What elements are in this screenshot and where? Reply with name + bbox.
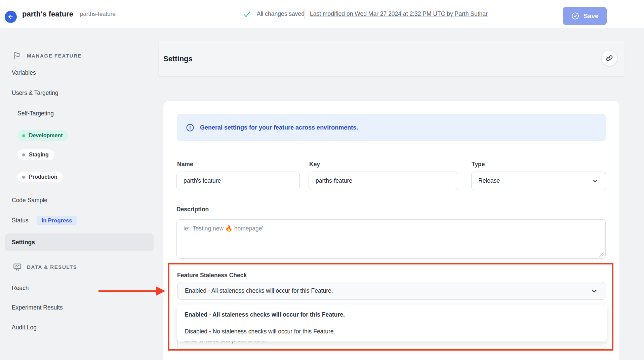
description-label: Description — [176, 206, 209, 213]
name-input[interactable] — [176, 172, 300, 190]
sidebar-item-audit-log[interactable]: Audit Log — [12, 324, 37, 331]
sidebar-env-staging[interactable]: Staging — [17, 149, 54, 160]
flag-icon — [13, 51, 22, 60]
save-status-text: All changes saved — [257, 10, 305, 17]
sidebar-status-row: Status In Progress — [12, 216, 77, 225]
key-input[interactable] — [309, 172, 458, 190]
staleness-dropdown: Enabled - All staleness checks will occu… — [177, 304, 607, 341]
sidebar-env-production[interactable]: Production — [17, 172, 63, 182]
chart-board-icon — [13, 262, 22, 272]
name-label: Name — [177, 161, 193, 168]
description-textarea[interactable] — [176, 219, 606, 259]
type-select[interactable]: Release — [471, 172, 606, 190]
top-header: parth's feature parths-feature All chang… — [0, 0, 644, 28]
sidebar-settings-label: Settings — [12, 239, 35, 246]
staleness-label: Feature Staleness Check — [177, 272, 247, 279]
env-dot-staging — [22, 153, 25, 156]
save-button-label: Save — [583, 12, 598, 20]
page-title: Settings — [163, 55, 193, 63]
divider — [304, 9, 305, 19]
data-results-section-header: DATA & RESULTS — [13, 262, 77, 272]
copy-link-button[interactable] — [602, 50, 617, 66]
feature-title: parth's feature — [22, 0, 73, 28]
manage-feature-section-header: MANAGE FEATURE — [13, 51, 82, 60]
chevron-down-icon — [592, 177, 599, 185]
sidebar-item-experiment-results[interactable]: Experiment Results — [12, 304, 63, 311]
sidebar-item-self-targeting[interactable]: Self-Targeting — [17, 110, 54, 117]
type-label: Type — [472, 161, 485, 168]
annotation-arrow — [98, 290, 156, 292]
env-dot-development — [22, 134, 25, 137]
env-label-development: Development — [29, 133, 63, 139]
info-banner: General settings for your feature across… — [177, 114, 606, 141]
staleness-option-enabled[interactable]: Enabled - All staleness checks will occu… — [177, 306, 607, 323]
staleness-select[interactable]: Enabled - All staleness checks will occu… — [177, 282, 606, 300]
staleness-select-value: Enabled - All staleness checks will occu… — [185, 287, 333, 294]
last-modified-link[interactable]: Last modified on Wed Mar 27 2024 at 2:32… — [310, 0, 488, 28]
save-status: All changes saved — [243, 0, 305, 28]
key-label: Key — [309, 161, 320, 168]
sidebar-item-reach[interactable]: Reach — [12, 285, 29, 292]
status-badge[interactable]: In Progress — [37, 216, 77, 225]
staleness-option-disabled[interactable]: Disabled - No staleness checks will occu… — [177, 323, 607, 340]
arrow-left-icon — [7, 13, 14, 20]
sidebar-item-variables[interactable]: Variables — [12, 69, 36, 76]
sidebar-item-users-targeting[interactable]: Users & Targeting — [12, 89, 58, 97]
save-button[interactable]: Save — [563, 7, 607, 25]
env-label-staging: Staging — [29, 152, 49, 158]
check-circle-icon — [571, 12, 579, 20]
env-label-production: Production — [29, 174, 57, 180]
chevron-down-icon — [590, 287, 598, 295]
sidebar-item-code-sample[interactable]: Code Sample — [12, 197, 47, 204]
status-label: Status — [12, 217, 29, 224]
app-root: parth's feature parths-feature All chang… — [0, 0, 644, 360]
check-icon — [243, 10, 251, 19]
settings-header-card: Settings — [159, 41, 624, 76]
manage-feature-label: MANAGE FEATURE — [27, 53, 82, 59]
back-button[interactable] — [5, 11, 17, 23]
info-icon — [186, 123, 194, 132]
feature-key: parths-feature — [80, 0, 116, 28]
data-results-label: DATA & RESULTS — [27, 264, 77, 270]
link-icon — [605, 54, 613, 62]
type-select-value: Release — [478, 177, 500, 184]
env-dot-production — [22, 176, 25, 179]
sidebar-item-settings[interactable]: Settings — [5, 233, 154, 251]
sidebar-env-development[interactable]: Development — [17, 130, 68, 141]
info-banner-text: General settings for your feature across… — [200, 124, 358, 131]
